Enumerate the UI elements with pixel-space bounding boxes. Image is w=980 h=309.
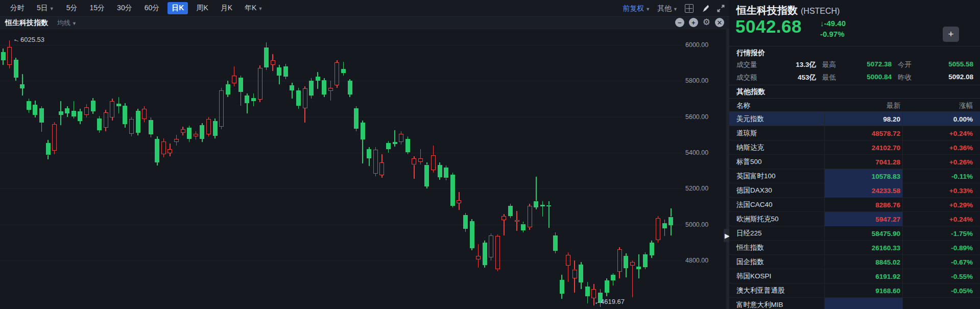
y-axis-tick: 5400.00 [682,149,721,156]
candle-wick [484,265,485,268]
candle-body [296,90,301,106]
candle-wick [433,146,434,155]
index-last: 48578.72 [826,126,900,140]
candle-body [585,287,590,296]
candle-wick [439,177,440,179]
table-row[interactable]: 澳大利亚普通股9168.60-0.05% [729,283,980,298]
candle-wick [137,133,138,135]
candlestick-chart[interactable]: 6000.005800.005600.005400.005200.005000.… [0,29,726,309]
candle-wick [35,115,36,117]
period-tab-7[interactable]: 周K [192,2,212,14]
candle-wick [414,165,415,179]
candle-body [489,235,493,257]
candle-wick [388,149,389,153]
add-watchlist-button[interactable]: + [943,27,959,42]
index-change: -0.05% [905,283,973,298]
candle-body [348,81,352,94]
index-name: 恒生指数 [736,241,823,255]
candle-body [515,220,519,222]
index-change: -0.67% [905,255,973,269]
column-separator [824,126,825,140]
candle-wick [54,151,55,154]
candle-wick [196,136,197,139]
candle-body [566,255,570,266]
period-tab-4[interactable]: 30分 [113,2,136,14]
candle-wick [9,40,10,47]
index-change: +0.24% [905,126,973,140]
chevron-down-icon: ▼ [72,21,77,26]
column-separator [902,198,903,211]
zoom-in-icon[interactable]: + [689,18,698,27]
candle-wick [234,66,235,76]
period-tab-8[interactable]: 月K [217,2,236,14]
column-separator [902,241,903,254]
panel-grid-icon[interactable] [685,4,694,13]
candle-wick [408,152,409,154]
candle-body [251,98,256,101]
candle-wick [292,90,293,99]
candle-wick [581,282,582,289]
index-last: 58475.90 [826,226,900,241]
column-separator [824,198,825,211]
table-row[interactable]: 国企指数8845.02-0.67% [729,255,980,269]
gear-icon[interactable]: ⚙ [703,18,710,27]
period-tab-9[interactable]: 年K▼ [241,2,267,14]
candle-wick [189,139,190,142]
index-last: 98.20 [826,112,900,126]
period-tab-0[interactable]: 分时 [6,2,29,14]
adjust-dropdown[interactable]: 前复权▼ [623,4,650,13]
fullscreen-icon[interactable] [716,4,725,13]
period-tab-2[interactable]: 5分 [62,2,82,14]
candle-wick [176,142,177,146]
candle-wick [516,222,517,231]
table-row[interactable]: 美元指数98.200.00% [729,112,980,126]
candle-body [71,111,76,116]
candle-wick [259,100,260,102]
period-tab-1[interactable]: 5日▼ [33,2,58,14]
candle-body [303,88,307,108]
candle-body [399,134,403,142]
table-row[interactable]: 富时意大利MIB [729,298,980,309]
candle-wick [92,111,93,114]
zoom-out-icon[interactable]: − [675,18,684,27]
candle-body [361,123,365,139]
candle-body [277,67,281,76]
table-row[interactable]: 韩国KOSPI6191.92-0.55% [729,269,980,283]
prevclose-label: 昨收 [898,73,912,82]
table-row[interactable]: 德国DAX3024233.58+0.33% [729,183,980,198]
candle-wick [60,115,61,125]
candle-wick [118,106,119,113]
column-separator [824,283,825,297]
candle-wick [671,208,672,217]
candle-body [553,235,558,251]
candle-wick [465,229,466,232]
candle-wick [658,240,659,243]
period-tab-6[interactable]: 日K [168,2,188,14]
index-change: +0.33% [905,183,973,198]
table-row[interactable]: 英国富时10010578.83-0.11% [729,169,980,183]
table-row[interactable]: 日经22558475.90-1.75% [729,226,980,241]
chevron-down-icon: ▼ [50,6,54,11]
candle-wick [619,272,620,278]
candle-wick [574,260,575,270]
draw-icon[interactable] [701,4,709,13]
index-title: 恒生科技指数(HSTECH) [736,4,840,17]
candle-body [52,124,57,151]
table-row[interactable]: 恒生指数26160.33-0.89% [729,241,980,255]
candle-body [341,69,346,73]
table-row[interactable]: 道琼斯48578.72+0.24% [729,126,980,140]
candle-body [46,143,51,155]
other-dropdown[interactable]: 其他▼ [657,4,678,13]
period-tab-3[interactable]: 15分 [86,2,109,14]
table-row[interactable]: 法国CAC408286.76+0.29% [729,198,980,212]
section-other-title: 其他指数 [729,85,980,98]
candle-body [386,143,391,149]
table-row[interactable]: 纳斯达克24102.70+0.36% [729,140,980,155]
close-icon[interactable]: ✕ [715,18,724,27]
ma-dropdown[interactable]: 均线▼ [57,18,77,28]
candle-wick [548,201,549,205]
table-row[interactable]: 欧洲斯托克505947.27+0.24% [729,212,980,226]
period-tab-5[interactable]: 60分 [140,2,164,14]
table-row[interactable]: 标普5007041.28+0.26% [729,155,980,169]
column-separator [902,255,903,269]
